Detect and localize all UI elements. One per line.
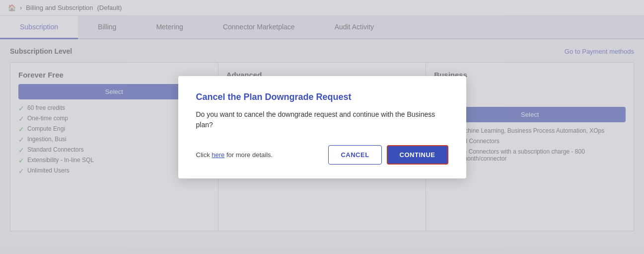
cancel-downgrade-dialog: Cancel the Plan Downgrade Request Do you… xyxy=(178,76,466,178)
dialog-title: Cancel the Plan Downgrade Request xyxy=(196,92,448,102)
content-area: Subscription Level Go to Payment methods… xyxy=(0,39,644,248)
footer-prefix: Click xyxy=(196,151,210,159)
dialog-overlay: Cancel the Plan Downgrade Request Do you… xyxy=(0,0,644,248)
cancel-button[interactable]: CANCEL xyxy=(328,145,381,165)
dialog-body: Do you want to cancel the downgrade requ… xyxy=(196,109,448,130)
dialog-footer-note: Click here for more details. xyxy=(196,151,273,159)
dialog-actions: CANCEL CONTINUE xyxy=(328,145,448,165)
dialog-footer: Click here for more details. CANCEL CONT… xyxy=(196,145,448,165)
details-link[interactable]: here xyxy=(212,151,224,159)
footer-suffix-text: for more details. xyxy=(226,151,273,159)
continue-button[interactable]: CONTINUE xyxy=(387,145,448,165)
